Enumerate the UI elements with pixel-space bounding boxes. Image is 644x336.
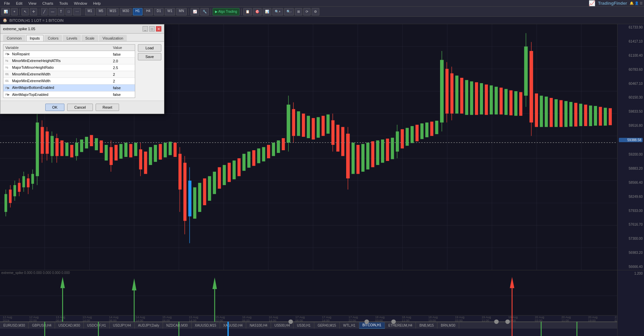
svg-rect-172 [475, 82, 478, 115]
dtab-visualization[interactable]: Visualization [99, 35, 127, 41]
menu-view[interactable]: View [26, 1, 39, 6]
zoom-out-btn[interactable]: 🔍- [284, 8, 294, 15]
svg-rect-124 [297, 111, 300, 136]
menu-window[interactable]: Window [71, 1, 90, 6]
line-btn[interactable]: ╱ [41, 8, 48, 15]
load-button[interactable]: Load [138, 44, 161, 52]
dtab-levels[interactable]: Levels [63, 35, 81, 41]
sep-1 [19, 8, 20, 15]
menu-file[interactable]: File [1, 1, 13, 6]
chart-type-btn[interactable]: 📈 [191, 8, 199, 15]
price-58883: 58883.20 [619, 167, 643, 170]
svg-rect-193 [559, 100, 562, 127]
indicator-btn[interactable]: 🔧 [200, 8, 209, 15]
shape-btn[interactable]: □ [65, 8, 72, 15]
sep-4 [189, 8, 189, 15]
ok-button[interactable]: OK [45, 104, 65, 111]
svg-rect-88 [169, 142, 172, 155]
svg-rect-185 [530, 51, 533, 122]
objects-btn[interactable]: 🎯 [253, 8, 262, 15]
svg-rect-130 [326, 114, 329, 133]
svg-rect-154 [416, 125, 419, 141]
dialog-close-btn[interactable]: ✕ [156, 26, 161, 32]
svg-rect-72 [110, 147, 113, 165]
price-56666: 56666.40 [619, 265, 643, 269]
menu-edit[interactable]: Edit [13, 1, 25, 6]
symbol-bar: 🏠 BITCOIN,H1 1 LOT = 1 BITCOIN [0, 17, 644, 24]
val-cell[interactable]: false [111, 51, 135, 58]
svg-rect-80 [139, 149, 142, 169]
reset-button[interactable]: Reset [96, 104, 119, 111]
tf-m1[interactable]: M1 [85, 8, 95, 15]
val-cell[interactable]: 2.5 [111, 64, 135, 71]
dialog-content: Variable Value P▶NoRepaint false [0, 42, 164, 101]
table-row[interactable]: P▶AlertMajorBottomEnabled false [3, 85, 135, 91]
tf-h4[interactable]: H4 [144, 8, 153, 15]
dialog-minimize-btn[interactable]: _ [143, 26, 148, 32]
tf-d1[interactable]: D1 [154, 8, 164, 15]
table-row[interactable]: P▶NoRepaint false [3, 51, 135, 58]
tf-m30[interactable]: M30 [120, 8, 131, 15]
table-row[interactable]: P▶AlertMajorTopEnabled false [3, 91, 135, 98]
fib-btn[interactable]: ⋯ [73, 8, 81, 15]
hline-btn[interactable]: — [49, 8, 57, 15]
svg-point-225 [391, 320, 396, 324]
dtab-colors[interactable]: Colors [44, 35, 62, 41]
price-58249: 58249.60 [619, 195, 643, 199]
price-59833: 59833.50 [619, 110, 643, 113]
tf-m15[interactable]: M15 [107, 8, 119, 15]
val-cell[interactable]: 2 [111, 78, 135, 85]
dtab-inputs[interactable]: Inputs [26, 35, 44, 41]
new-chart-btn[interactable]: 📊 [1, 8, 10, 15]
svg-rect-177 [499, 88, 502, 114]
dtab-scale[interactable]: Scale [82, 35, 98, 41]
tf-w1[interactable]: W1 [165, 8, 175, 15]
svg-rect-178 [504, 89, 507, 115]
dialog-title-bar[interactable]: extreme_spike 1.05 _ □ ✕ [0, 24, 164, 34]
menu-charts[interactable]: Charts [40, 1, 56, 6]
grid-btn[interactable]: ⊞ [295, 8, 302, 15]
svg-rect-45 [36, 122, 39, 176]
val-cell[interactable]: 2.0 [111, 58, 135, 64]
menu-tools[interactable]: Tools [57, 1, 71, 6]
add-btn[interactable]: + [11, 8, 18, 15]
market-watch-btn[interactable]: 📋 [243, 8, 252, 15]
var-cell: 01MajorMinExtremeWidth [3, 78, 111, 85]
table-row[interactable]: ¹⁄₂MajorToMinorHeightRatio 2.5 [3, 64, 135, 71]
cursor-btn[interactable]: ↖ [21, 8, 29, 15]
val-cell[interactable]: false [111, 91, 135, 98]
ratio-icon: ¹⁄₂ [5, 66, 11, 70]
val-cell[interactable]: 2 [111, 71, 135, 78]
properties-btn[interactable]: ⚙ [312, 8, 319, 15]
svg-rect-62 [70, 145, 73, 157]
table-row[interactable]: 01MinorMinExtremeWidth 2 [3, 71, 135, 78]
svg-rect-86 [159, 144, 162, 160]
svg-rect-200 [594, 106, 597, 126]
tf-mn[interactable]: MN [176, 8, 187, 15]
tf-h1[interactable]: H1 [133, 8, 143, 15]
crosshair-btn[interactable]: ✛ [30, 8, 37, 15]
svg-rect-116 [277, 141, 280, 153]
zoom-in-btn[interactable]: 🔍+ [272, 8, 283, 15]
price-60150: 60150.30 [619, 96, 643, 99]
svg-rect-157 [430, 122, 433, 136]
val-cell[interactable]: false [111, 85, 135, 91]
dtab-common[interactable]: Common [3, 35, 25, 41]
text-btn[interactable]: T [58, 8, 64, 15]
menu-help[interactable]: Help [91, 1, 104, 6]
save-button[interactable]: Save [138, 53, 161, 60]
dialog-maximize-btn[interactable]: □ [149, 26, 155, 32]
svg-rect-61 [65, 143, 68, 156]
inputs-table-container[interactable]: Variable Value P▶NoRepaint false [3, 44, 135, 98]
svg-rect-54 [51, 136, 54, 156]
table-row[interactable]: ¹⁄₂MinorMinExtremeHeightATRs 2.0 [3, 58, 135, 64]
var-cell: 01MinorMinExtremeWidth [3, 71, 111, 78]
algo-trading-btn[interactable]: ▶ Algo Trading [213, 8, 239, 15]
autoscroll-btn[interactable]: ⟳ [303, 8, 311, 15]
svg-rect-156 [425, 122, 428, 137]
tf-m5[interactable]: M5 [96, 8, 106, 15]
table-row[interactable]: 01MajorMinExtremeWidth 2 [3, 78, 135, 85]
data-window-btn[interactable]: 📊 [263, 8, 271, 15]
var-cell: ¹⁄₂MajorToMinorHeightRatio [3, 64, 111, 71]
cancel-button[interactable]: Cancel [67, 104, 93, 111]
